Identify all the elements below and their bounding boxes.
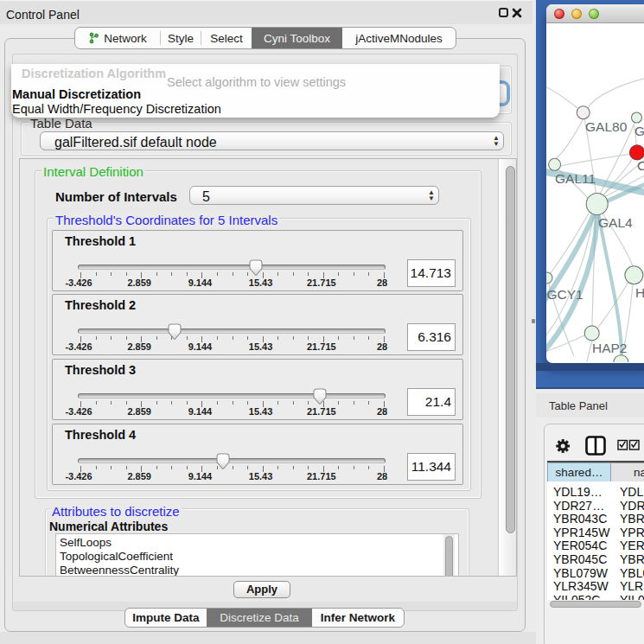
svg-text:C: C — [637, 158, 644, 173]
svg-text:GCY1: GCY1 — [547, 287, 583, 302]
svg-text:GAL4: GAL4 — [598, 215, 633, 230]
svg-text:H: H — [635, 285, 644, 300]
svg-text:GAL11: GAL11 — [555, 171, 596, 186]
svg-text:G.: G. — [634, 124, 644, 138]
svg-text:GAL80: GAL80 — [585, 119, 628, 134]
svg-text:HAP2: HAP2 — [592, 341, 628, 355]
